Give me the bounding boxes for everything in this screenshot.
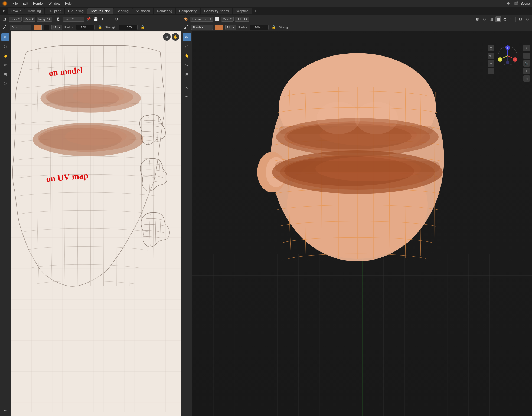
select-menu[interactable]: Select ▾ <box>235 17 249 22</box>
right-radius-lock[interactable]: 🔒 <box>271 24 277 30</box>
viewport-side-controls: + − 📷 ⊤ ◁ <box>523 45 530 82</box>
view-menu-left[interactable]: View ▾ <box>23 17 35 22</box>
proportional-edit[interactable]: ⊙ <box>524 16 530 22</box>
viewport-render-btn[interactable]: ✦ <box>488 60 494 67</box>
right-brush-type-icon[interactable]: 🖌 <box>183 24 189 30</box>
svg-text:Z: Z <box>507 47 508 49</box>
uv-canvas[interactable]: on model on UV map <box>11 31 181 416</box>
left-brush-toolbar: 🖌 Brush ▾ Mix ▾ Radius 🔒 Strength 🔒 <box>0 23 181 31</box>
mask-tool-btn[interactable]: ◎ <box>1 79 9 87</box>
brush-name-dropdown[interactable]: Brush ▾ <box>10 25 31 30</box>
editor-type-icon[interactable]: 🖼 <box>2 16 8 22</box>
secondary-uv-svg <box>138 113 181 275</box>
zoom-in-btn[interactable]: + <box>523 45 530 51</box>
brush-type-icon[interactable]: 🖌 <box>2 24 8 30</box>
3d-viewport[interactable]: User Perspective (0) Face Main <box>192 31 532 416</box>
tab-sculpting[interactable]: Sculpting <box>45 8 64 14</box>
ortho-top-btn[interactable]: ⊤ <box>523 68 530 74</box>
paint-menu[interactable]: Paint ▾ <box>9 17 22 22</box>
menu-render[interactable]: Render <box>31 1 46 6</box>
right-annotate-tool[interactable]: ✒ <box>183 93 191 101</box>
scene-selector[interactable]: 🎬 <box>513 1 519 6</box>
right-panel: 🎨 Texture Pa... ▾ ⬜ View ▾ Select ▾ ◐ ⊙ … <box>181 15 532 416</box>
right-draw-tool[interactable]: ✏ <box>183 33 191 41</box>
solid-shading-btn[interactable]: ⬤ <box>495 16 501 22</box>
right-select-tool[interactable]: ↖ <box>183 84 191 92</box>
view-menu-right[interactable]: View ▾ <box>221 17 234 22</box>
draw-tool-btn[interactable]: ✏ <box>1 33 9 41</box>
svg-point-45 <box>506 61 509 64</box>
uv-secondary-islands <box>138 113 181 275</box>
svg-point-32 <box>317 102 360 134</box>
viewport-settings-btn[interactable]: 👁 <box>488 53 494 59</box>
uv-view-pan-icon[interactable]: ✋ <box>172 33 179 41</box>
navigation-gizmo[interactable]: Z X Y <box>497 45 518 67</box>
foreground-color[interactable] <box>34 25 42 30</box>
uv-view-rotate-icon[interactable]: ↺ <box>163 33 171 41</box>
menu-edit[interactable]: Edit <box>20 1 30 6</box>
right-radius-input[interactable] <box>250 25 269 30</box>
workspace-icon[interactable]: ⊞ <box>1 8 7 14</box>
strength-input[interactable] <box>119 25 138 30</box>
show-region-btn[interactable]: ⊞ <box>488 45 494 51</box>
radius-lock-icon[interactable]: 🔒 <box>97 24 103 30</box>
clone-tool-btn[interactable]: ⊕ <box>1 61 9 69</box>
left-tools-sidebar: ✏ ◌ 👆 ⊕ ▣ ◎ ✒ <box>0 31 11 416</box>
radius-input[interactable] <box>76 25 95 30</box>
image-menu[interactable]: Image* ▾ <box>37 17 52 22</box>
tab-geometry-nodes[interactable]: Geometry Nodes <box>201 8 232 14</box>
fill-tool-btn[interactable]: ▣ <box>1 70 9 78</box>
soften-tool-btn[interactable]: ◌ <box>1 42 9 50</box>
viewport-overlays-icon[interactable]: ⊙ <box>481 16 487 22</box>
right-content-area: ✏ ◌ 👆 ⊕ ▣ ↖ ✒ User Perspective (0) Face … <box>181 31 532 416</box>
engine-selector[interactable]: ⚙ <box>505 1 511 6</box>
tab-rendering[interactable]: Rendering <box>154 8 175 14</box>
face-selector[interactable]: Face ▾ <box>63 17 84 22</box>
menu-file[interactable]: File <box>10 1 20 6</box>
right-editor-type-icon[interactable]: 🎨 <box>183 16 189 22</box>
smear-tool-btn[interactable]: 👆 <box>1 51 9 60</box>
right-clone-tool[interactable]: ⊕ <box>183 61 191 69</box>
add-workspace-button[interactable]: + <box>252 8 259 14</box>
tab-uv-editing[interactable]: UV Editing <box>65 8 87 14</box>
gizmo-svg: Z X Y <box>497 45 518 67</box>
menu-help[interactable]: Help <box>63 1 74 6</box>
viewport-shading-icon[interactable]: ⬜ <box>214 16 220 22</box>
xray-toggle-icon[interactable]: ◫ <box>488 16 494 22</box>
ortho-side-btn[interactable]: ◁ <box>523 75 530 82</box>
texture-paint-menu[interactable]: Texture Pa... ▾ <box>190 17 213 22</box>
blend-mode-dropdown[interactable]: Mix ▾ <box>51 25 62 30</box>
strength-label: Strength <box>105 26 116 29</box>
render-shading-btn[interactable]: ✦ <box>508 16 514 22</box>
tab-animation[interactable]: Animation <box>132 8 153 14</box>
right-smear-tool[interactable]: 👆 <box>183 51 191 60</box>
pin-icon[interactable]: 📌 <box>86 16 92 22</box>
render-mode-icon[interactable]: ◐ <box>474 16 480 22</box>
tool-settings-icon[interactable]: ⚙ <box>114 16 120 22</box>
blender-logo <box>2 1 8 6</box>
image-selector-icon[interactable]: 🖼 <box>56 16 62 22</box>
new-image-icon[interactable]: ✚ <box>100 16 106 22</box>
menu-window[interactable]: Window <box>46 1 62 6</box>
strength-lock-icon[interactable]: 🔒 <box>140 24 146 30</box>
right-soften-tool[interactable]: ◌ <box>183 42 191 50</box>
viewport-grid-btn[interactable]: ⊡ <box>488 68 494 74</box>
tab-scripting[interactable]: Scripting <box>233 8 252 14</box>
tab-layout[interactable]: Layout <box>8 8 24 14</box>
tab-shading[interactable]: Shading <box>113 8 132 14</box>
tab-texture-paint[interactable]: Texture Paint <box>87 8 113 14</box>
right-brush-name[interactable]: Brush ▾ <box>191 25 213 30</box>
right-fill-tool[interactable]: ▣ <box>183 70 191 78</box>
right-foreground-color[interactable] <box>215 25 223 30</box>
tab-compositing[interactable]: Compositing <box>176 8 201 14</box>
close-image-icon[interactable]: ✕ <box>107 16 113 22</box>
snap-toggle[interactable]: ⊡ <box>517 16 523 22</box>
camera-view-btn[interactable]: 📷 <box>523 60 530 67</box>
material-shading-btn[interactable]: ◓ <box>502 16 508 22</box>
zoom-out-btn[interactable]: − <box>523 53 530 59</box>
right-blend-mode[interactable]: Mix ▾ <box>225 25 236 30</box>
tab-modeling[interactable]: Modeling <box>24 8 44 14</box>
annotate-tool-btn[interactable]: ✒ <box>1 406 9 414</box>
background-color[interactable] <box>44 25 49 30</box>
save-icon[interactable]: 💾 <box>93 16 99 22</box>
